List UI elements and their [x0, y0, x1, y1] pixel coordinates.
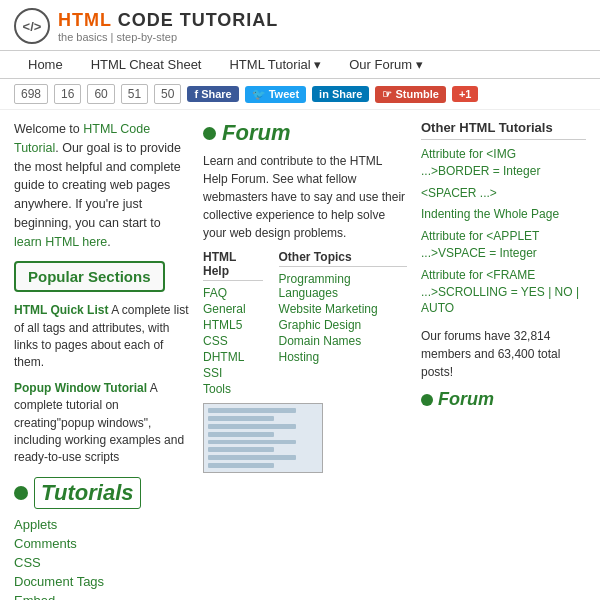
- facebook-share-button[interactable]: f Share: [187, 86, 238, 102]
- logo-title: HTML CODE TUTORIAL: [58, 10, 278, 31]
- html-quick-list-link[interactable]: HTML Quick List: [14, 303, 108, 317]
- tutorials-title: Tutorials: [34, 477, 141, 509]
- scr-line: [208, 455, 296, 460]
- count-60: 60: [87, 84, 114, 104]
- forum-link-css[interactable]: CSS: [203, 333, 263, 349]
- right-forum-header: Forum: [421, 389, 586, 410]
- logo-area: </> HTML CODE TUTORIAL the basics | step…: [14, 8, 586, 44]
- forum-link-tools[interactable]: Tools: [203, 381, 263, 397]
- forum-link-general[interactable]: General: [203, 301, 263, 317]
- count-51: 51: [121, 84, 148, 104]
- count-16: 16: [54, 84, 81, 104]
- header: </> HTML CODE TUTORIAL the basics | step…: [0, 0, 600, 51]
- popular-sections-button[interactable]: Popular Sections: [14, 261, 165, 292]
- right-forum-title: Forum: [438, 389, 494, 410]
- html-code-tutorial-link[interactable]: HTML Code Tutorial: [14, 122, 150, 155]
- other-link-indenting[interactable]: Indenting the Whole Page: [421, 206, 586, 223]
- forum-title: Forum: [222, 120, 290, 146]
- forum-link-ssi[interactable]: SSI: [203, 365, 263, 381]
- linkedin-share-button[interactable]: in Share: [312, 86, 369, 102]
- other-link-frame-scrolling[interactable]: Attribute for <FRAME ...>SCROLLING = YES…: [421, 267, 586, 317]
- scr-line: [208, 416, 274, 421]
- forum-link-hosting[interactable]: Hosting: [279, 349, 407, 365]
- right-column: Other HTML Tutorials Attribute for <IMG …: [421, 120, 586, 600]
- left-column: Welcome to HTML Code Tutorial. Our goal …: [14, 120, 189, 600]
- forum-col-html-help: HTML Help FAQ General HTML5 CSS DHTML SS…: [203, 250, 263, 397]
- forum-header: Forum: [203, 120, 407, 146]
- social-bar: 698 16 60 51 50 f Share 🐦 Tweet in Share…: [0, 79, 600, 110]
- forum-link-website-marketing[interactable]: Website Marketing: [279, 301, 407, 317]
- tutorial-document-tags[interactable]: Document Tags: [14, 572, 189, 591]
- quick-link-popup: Popup Window Tutorial A complete tutoria…: [14, 380, 189, 467]
- screenshot-content: [204, 404, 322, 472]
- forum-link-faq[interactable]: FAQ: [203, 285, 263, 301]
- scr-line: [208, 447, 274, 452]
- forum-col2-header: Other Topics: [279, 250, 407, 267]
- tutorials-header: Tutorials: [14, 477, 189, 509]
- other-link-spacer[interactable]: <SPACER ...>: [421, 185, 586, 202]
- nav-bar: Home HTML Cheat Sheet HTML Tutorial ▾ Ou…: [0, 51, 600, 79]
- right-forum-dot-icon: [421, 394, 433, 406]
- main-content: Welcome to HTML Code Tutorial. Our goal …: [0, 110, 600, 600]
- quick-link-html-quick-list: HTML Quick List A complete list of all t…: [14, 302, 189, 372]
- tutorial-embed[interactable]: Embed: [14, 591, 189, 600]
- forum-link-programming[interactable]: Programming Languages: [279, 271, 407, 301]
- tutorial-comments[interactable]: Comments: [14, 534, 189, 553]
- forum-link-dhtml[interactable]: DHTML: [203, 349, 263, 365]
- google-plus-button[interactable]: +1: [452, 86, 479, 102]
- middle-column: Forum Learn and contribute to the HTML H…: [203, 120, 407, 600]
- forum-col-other-topics: Other Topics Programming Languages Websi…: [279, 250, 407, 397]
- forum-screenshot: [203, 403, 323, 473]
- logo-rest: CODE TUTORIAL: [118, 10, 279, 30]
- other-tutorials-title: Other HTML Tutorials: [421, 120, 586, 140]
- intro-text: Welcome to HTML Code Tutorial. Our goal …: [14, 120, 189, 251]
- scr-line: [208, 432, 274, 437]
- tutorials-list: Applets Comments CSS Document Tags Embed…: [14, 515, 189, 600]
- tutorial-css[interactable]: CSS: [14, 553, 189, 572]
- nav-forum[interactable]: Our Forum ▾: [335, 51, 436, 78]
- nav-tutorial[interactable]: HTML Tutorial ▾: [215, 51, 335, 78]
- other-link-applet-vspace[interactable]: Attribute for <APPLET ...>VSPACE = Integ…: [421, 228, 586, 262]
- logo-subtitle: the basics | step-by-step: [58, 31, 278, 43]
- scr-line: [208, 463, 274, 468]
- forum-link-html5[interactable]: HTML5: [203, 317, 263, 333]
- forum-description: Learn and contribute to the HTML Help Fo…: [203, 152, 407, 242]
- tutorial-applets[interactable]: Applets: [14, 515, 189, 534]
- other-link-img-border[interactable]: Attribute for <IMG ...>BORDER = Integer: [421, 146, 586, 180]
- popup-window-tutorial-link[interactable]: Popup Window Tutorial: [14, 381, 147, 395]
- nav-home[interactable]: Home: [14, 51, 77, 78]
- tutorials-dot-icon: [14, 486, 28, 500]
- logo-icon: </>: [14, 8, 50, 44]
- scr-line: [208, 408, 296, 413]
- count-50: 50: [154, 84, 181, 104]
- logo-text: HTML CODE TUTORIAL the basics | step-by-…: [58, 10, 278, 43]
- forum-columns: HTML Help FAQ General HTML5 CSS DHTML SS…: [203, 250, 407, 397]
- twitter-tweet-button[interactable]: 🐦 Tweet: [245, 86, 306, 103]
- forum-link-graphic-design[interactable]: Graphic Design: [279, 317, 407, 333]
- forum-link-domain-names[interactable]: Domain Names: [279, 333, 407, 349]
- forum-stats: Our forums have 32,814 members and 63,40…: [421, 327, 586, 381]
- learn-html-link[interactable]: learn HTML here: [14, 235, 107, 249]
- logo-html: HTML: [58, 10, 112, 30]
- forum-dot-icon: [203, 127, 216, 140]
- stumbleupon-button[interactable]: ☞ Stumble: [375, 86, 445, 103]
- scr-line: [208, 440, 296, 445]
- nav-cheatsheet[interactable]: HTML Cheat Sheet: [77, 51, 216, 78]
- scr-line: [208, 424, 296, 429]
- count-698: 698: [14, 84, 48, 104]
- forum-col1-header: HTML Help: [203, 250, 263, 281]
